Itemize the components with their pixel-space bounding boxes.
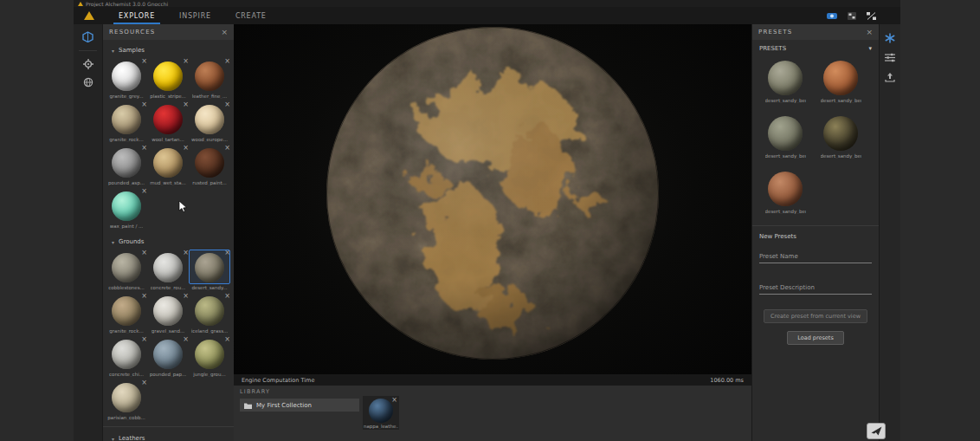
camera-icon[interactable] bbox=[827, 12, 837, 20]
send-feedback-button[interactable] bbox=[867, 423, 886, 439]
material-sphere[interactable] bbox=[112, 296, 141, 326]
remove-icon[interactable]: × bbox=[183, 101, 189, 108]
section-grounds[interactable]: ▾ Grounds bbox=[103, 231, 234, 250]
3d-viewport[interactable] bbox=[234, 24, 751, 374]
layout-grid-icon[interactable] bbox=[848, 12, 856, 20]
material-sphere[interactable] bbox=[195, 340, 224, 369]
remove-icon[interactable]: × bbox=[141, 145, 147, 152]
material-sphere[interactable] bbox=[195, 148, 224, 178]
close-icon[interactable]: × bbox=[221, 29, 228, 36]
close-icon[interactable]: × bbox=[866, 29, 873, 36]
section-leathers[interactable]: ▾ Leathers bbox=[103, 426, 234, 441]
preset-sphere[interactable] bbox=[768, 116, 803, 151]
material-sphere[interactable] bbox=[153, 296, 183, 326]
material-sphere[interactable] bbox=[112, 191, 141, 221]
material-preview-sphere[interactable] bbox=[326, 26, 660, 364]
tab-explore[interactable]: EXPLORE bbox=[106, 7, 167, 24]
preset-thumb[interactable]: desert_sandy_bed... bbox=[758, 57, 813, 103]
collection-item[interactable]: My First Collection bbox=[240, 399, 359, 412]
material-thumb[interactable]: ×wool_tartan... bbox=[147, 101, 189, 142]
material-name: wood_europe... bbox=[191, 137, 228, 142]
material-thumb[interactable]: ×wood_europe... bbox=[189, 101, 230, 142]
material-thumb[interactable]: ×plastic_stripe... bbox=[147, 58, 189, 99]
tab-create[interactable]: CREATE bbox=[223, 7, 279, 24]
preset-sphere[interactable] bbox=[768, 61, 803, 95]
preset-thumb[interactable]: desert_sandy_bed... bbox=[758, 168, 813, 214]
section-samples[interactable]: ▾ Samples bbox=[103, 40, 234, 58]
remove-icon[interactable]: × bbox=[141, 293, 147, 300]
material-sphere[interactable] bbox=[153, 105, 183, 134]
remove-icon[interactable]: × bbox=[224, 293, 230, 300]
material-thumb-selected[interactable]: ×desert_sandy... bbox=[189, 250, 230, 290]
remove-icon[interactable]: × bbox=[224, 145, 230, 152]
material-sphere[interactable] bbox=[153, 253, 183, 282]
remove-icon[interactable]: × bbox=[224, 250, 230, 256]
material-sphere[interactable] bbox=[195, 296, 224, 326]
material-thumb[interactable]: ×pounded_pap... bbox=[147, 336, 189, 377]
preset-sphere[interactable] bbox=[823, 61, 858, 95]
preset-sphere[interactable] bbox=[823, 116, 858, 151]
material-sphere[interactable] bbox=[153, 62, 183, 91]
remove-icon[interactable]: × bbox=[141, 101, 147, 108]
material-thumb[interactable]: ×leather_fine_... bbox=[189, 58, 230, 99]
material-sphere[interactable] bbox=[112, 253, 141, 282]
preset-thumb[interactable]: desert_sandy_bed... bbox=[758, 113, 813, 159]
create-preset-button[interactable]: Create preset from current view bbox=[764, 309, 867, 323]
material-thumb[interactable]: ×concrete_rou... bbox=[147, 250, 189, 290]
remove-icon[interactable]: × bbox=[141, 58, 147, 65]
material-thumb[interactable]: ×granite_grey... bbox=[106, 58, 147, 99]
remove-icon[interactable]: × bbox=[183, 145, 189, 152]
remove-icon[interactable]: × bbox=[224, 101, 230, 108]
materials-cube-icon[interactable] bbox=[82, 31, 93, 42]
material-thumb[interactable]: ×iceland_grass... bbox=[189, 293, 230, 334]
preset-thumb[interactable]: desert_sandy_bed... bbox=[813, 113, 868, 159]
material-sphere[interactable] bbox=[112, 340, 141, 369]
material-thumb[interactable]: ×granite_rock... bbox=[106, 293, 147, 334]
material-sphere[interactable] bbox=[112, 383, 141, 412]
material-thumb[interactable]: ×rusted_paint... bbox=[189, 145, 230, 185]
presets-panel-icon[interactable] bbox=[885, 33, 895, 43]
settings-gear-icon[interactable] bbox=[83, 59, 93, 69]
preset-thumb[interactable]: desert_sandy_bed... bbox=[813, 57, 868, 103]
preset-description-input[interactable]: Preset Description bbox=[759, 284, 872, 295]
sliders-icon[interactable] bbox=[885, 53, 895, 62]
presets-group-header[interactable]: PRESETS ▾ bbox=[752, 40, 879, 57]
material-sphere[interactable] bbox=[369, 399, 393, 423]
remove-icon[interactable]: × bbox=[183, 293, 189, 300]
library-material-thumb[interactable]: × nappa_leathe.. bbox=[363, 396, 399, 430]
material-sphere[interactable] bbox=[195, 62, 224, 91]
remove-icon[interactable]: × bbox=[141, 250, 147, 256]
material-thumb[interactable]: ×mud_wet_sta... bbox=[147, 145, 189, 185]
material-thumb[interactable]: ×cobblestones... bbox=[106, 250, 147, 290]
material-sphere[interactable] bbox=[112, 62, 141, 91]
remove-icon[interactable]: × bbox=[141, 336, 147, 343]
material-sphere[interactable] bbox=[195, 253, 224, 282]
material-thumb[interactable]: ×concrete_chi... bbox=[106, 336, 147, 377]
preset-name-input[interactable]: Preset Name bbox=[759, 253, 872, 263]
material-thumb[interactable]: ×jungle_grou... bbox=[189, 336, 230, 377]
tab-inspire[interactable]: INSPIRE bbox=[167, 7, 223, 24]
material-sphere[interactable] bbox=[112, 105, 141, 134]
remove-icon[interactable]: × bbox=[391, 396, 397, 404]
material-sphere[interactable] bbox=[153, 148, 183, 178]
material-sphere[interactable] bbox=[195, 105, 224, 134]
material-thumb[interactable]: ×parisian_cobb... bbox=[106, 379, 147, 420]
material-thumb[interactable]: ×granite_rock... bbox=[106, 101, 147, 142]
export-icon[interactable] bbox=[885, 72, 895, 82]
remove-icon[interactable]: × bbox=[224, 336, 230, 343]
material-thumb[interactable]: ×gravel_sand... bbox=[147, 293, 189, 334]
load-presets-button[interactable]: Load presets bbox=[787, 331, 844, 345]
material-thumb[interactable]: ×wax_paint / ... bbox=[106, 188, 147, 229]
remove-icon[interactable]: × bbox=[141, 188, 147, 195]
remove-icon[interactable]: × bbox=[141, 379, 147, 386]
remove-icon[interactable]: × bbox=[183, 336, 189, 343]
remove-icon[interactable]: × bbox=[183, 58, 189, 65]
preset-sphere[interactable] bbox=[768, 172, 803, 206]
split-view-icon[interactable] bbox=[867, 12, 876, 20]
material-sphere[interactable] bbox=[153, 340, 183, 369]
material-thumb[interactable]: ×pounded_asp... bbox=[106, 145, 147, 185]
remove-icon[interactable]: × bbox=[224, 58, 230, 65]
remove-icon[interactable]: × bbox=[183, 250, 189, 256]
world-icon[interactable] bbox=[83, 77, 93, 88]
material-sphere[interactable] bbox=[112, 148, 141, 178]
